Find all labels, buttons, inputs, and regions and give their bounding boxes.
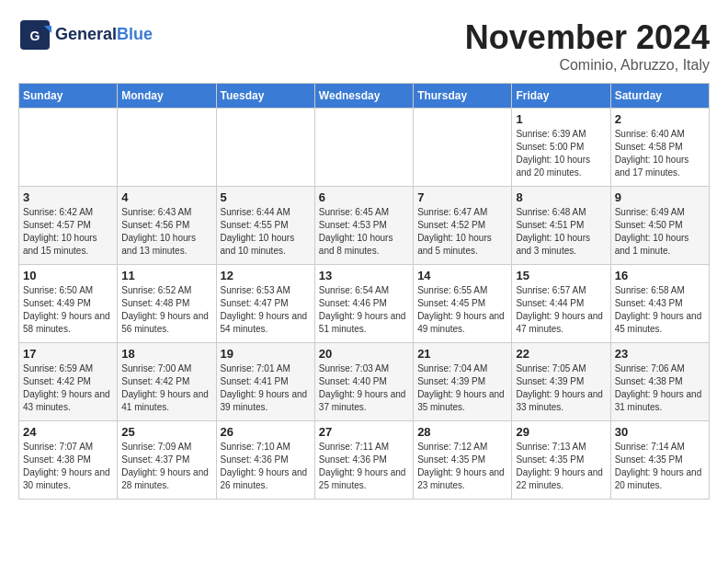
day-info: Sunrise: 7:05 AMSunset: 4:39 PMDaylight:… [516, 362, 606, 414]
page-header: G GeneralBlue November 2024 Cominio, Abr… [18, 18, 710, 74]
day-info: Sunrise: 6:40 AMSunset: 4:58 PMDaylight:… [615, 128, 705, 179]
calendar-cell: 26Sunrise: 7:10 AMSunset: 4:36 PMDayligh… [216, 421, 314, 500]
calendar-table: SundayMondayTuesdayWednesdayThursdayFrid… [18, 83, 710, 500]
calendar-week-row: 1Sunrise: 6:39 AMSunset: 5:00 PMDaylight… [19, 109, 710, 187]
calendar-cell: 18Sunrise: 7:00 AMSunset: 4:42 PMDayligh… [118, 343, 216, 421]
day-info: Sunrise: 7:04 AMSunset: 4:39 PMDaylight:… [417, 362, 507, 414]
day-number: 27 [319, 425, 409, 439]
day-info: Sunrise: 6:57 AMSunset: 4:44 PMDaylight:… [516, 284, 606, 336]
calendar-cell [19, 109, 118, 187]
day-info: Sunrise: 7:06 AMSunset: 4:38 PMDaylight:… [615, 362, 705, 414]
calendar-cell: 20Sunrise: 7:03 AMSunset: 4:40 PMDayligh… [314, 343, 413, 421]
day-info: Sunrise: 6:42 AMSunset: 4:57 PMDaylight:… [23, 206, 113, 258]
day-info: Sunrise: 6:58 AMSunset: 4:43 PMDaylight:… [615, 284, 705, 336]
day-number: 17 [23, 347, 113, 361]
svg-text:G: G [30, 29, 40, 43]
day-number: 25 [121, 425, 211, 439]
day-info: Sunrise: 7:14 AMSunset: 4:35 PMDaylight:… [615, 441, 705, 492]
calendar-cell: 3Sunrise: 6:42 AMSunset: 4:57 PMDaylight… [19, 187, 118, 265]
day-info: Sunrise: 6:50 AMSunset: 4:49 PMDaylight:… [23, 284, 113, 336]
day-number: 4 [121, 190, 211, 204]
calendar-cell: 25Sunrise: 7:09 AMSunset: 4:37 PMDayligh… [118, 421, 216, 500]
calendar-cell: 7Sunrise: 6:47 AMSunset: 4:52 PMDaylight… [414, 187, 512, 265]
weekday-header-monday: Monday [118, 84, 216, 109]
day-info: Sunrise: 6:48 AMSunset: 4:51 PMDaylight:… [516, 206, 606, 258]
day-info: Sunrise: 7:01 AMSunset: 4:41 PMDaylight:… [221, 362, 311, 414]
day-number: 16 [615, 269, 705, 282]
day-number: 19 [221, 347, 311, 361]
calendar-cell [216, 109, 314, 187]
calendar-week-row: 17Sunrise: 6:59 AMSunset: 4:42 PMDayligh… [19, 343, 710, 421]
calendar-cell: 11Sunrise: 6:52 AMSunset: 4:48 PMDayligh… [118, 265, 216, 343]
day-info: Sunrise: 6:54 AMSunset: 4:46 PMDaylight:… [319, 284, 409, 336]
day-info: Sunrise: 7:10 AMSunset: 4:36 PMDaylight:… [221, 441, 311, 492]
day-info: Sunrise: 6:53 AMSunset: 4:47 PMDaylight:… [221, 284, 311, 336]
day-number: 24 [23, 425, 113, 439]
day-number: 15 [516, 269, 606, 282]
calendar-week-row: 24Sunrise: 7:07 AMSunset: 4:38 PMDayligh… [19, 421, 710, 500]
calendar-cell: 22Sunrise: 7:05 AMSunset: 4:39 PMDayligh… [512, 343, 610, 421]
title-area: November 2024 Cominio, Abruzzo, Italy [465, 18, 710, 74]
logo-blue: Blue [117, 25, 153, 43]
weekday-header-row: SundayMondayTuesdayWednesdayThursdayFrid… [19, 84, 710, 109]
day-number: 12 [221, 269, 311, 282]
calendar-cell: 14Sunrise: 6:55 AMSunset: 4:45 PMDayligh… [414, 265, 512, 343]
day-number: 14 [417, 269, 507, 282]
day-number: 18 [121, 347, 211, 361]
day-number: 5 [221, 190, 311, 204]
day-number: 29 [516, 425, 606, 439]
calendar-cell: 21Sunrise: 7:04 AMSunset: 4:39 PMDayligh… [414, 343, 512, 421]
day-number: 11 [121, 269, 211, 282]
day-number: 30 [615, 425, 705, 439]
day-info: Sunrise: 7:12 AMSunset: 4:35 PMDaylight:… [417, 441, 507, 492]
day-info: Sunrise: 7:09 AMSunset: 4:37 PMDaylight:… [121, 441, 211, 492]
day-info: Sunrise: 7:03 AMSunset: 4:40 PMDaylight:… [319, 362, 409, 414]
calendar-cell: 4Sunrise: 6:43 AMSunset: 4:56 PMDaylight… [118, 187, 216, 265]
day-number: 26 [221, 425, 311, 439]
calendar-cell: 9Sunrise: 6:49 AMSunset: 4:50 PMDaylight… [610, 187, 709, 265]
day-number: 1 [516, 112, 606, 126]
day-info: Sunrise: 6:59 AMSunset: 4:42 PMDaylight:… [23, 362, 113, 414]
day-info: Sunrise: 7:11 AMSunset: 4:36 PMDaylight:… [319, 441, 409, 492]
day-number: 22 [516, 347, 606, 361]
calendar-cell [118, 109, 216, 187]
calendar-cell: 8Sunrise: 6:48 AMSunset: 4:51 PMDaylight… [512, 187, 610, 265]
logo: G GeneralBlue [18, 18, 153, 52]
weekday-header-tuesday: Tuesday [216, 84, 314, 109]
calendar-cell: 2Sunrise: 6:40 AMSunset: 4:58 PMDaylight… [610, 109, 709, 187]
day-info: Sunrise: 6:47 AMSunset: 4:52 PMDaylight:… [417, 206, 507, 258]
day-number: 9 [615, 190, 705, 204]
weekday-header-sunday: Sunday [19, 84, 118, 109]
day-info: Sunrise: 7:13 AMSunset: 4:35 PMDaylight:… [516, 441, 606, 492]
calendar-cell: 5Sunrise: 6:44 AMSunset: 4:55 PMDaylight… [216, 187, 314, 265]
day-info: Sunrise: 7:07 AMSunset: 4:38 PMDaylight:… [23, 441, 113, 492]
calendar-cell: 24Sunrise: 7:07 AMSunset: 4:38 PMDayligh… [19, 421, 118, 500]
calendar-cell: 23Sunrise: 7:06 AMSunset: 4:38 PMDayligh… [610, 343, 709, 421]
day-info: Sunrise: 6:44 AMSunset: 4:55 PMDaylight:… [221, 206, 311, 258]
day-number: 28 [417, 425, 507, 439]
day-number: 8 [516, 190, 606, 204]
calendar-week-row: 10Sunrise: 6:50 AMSunset: 4:49 PMDayligh… [19, 265, 710, 343]
day-number: 23 [615, 347, 705, 361]
calendar-cell: 15Sunrise: 6:57 AMSunset: 4:44 PMDayligh… [512, 265, 610, 343]
day-info: Sunrise: 6:39 AMSunset: 5:00 PMDaylight:… [516, 128, 606, 179]
calendar-cell: 19Sunrise: 7:01 AMSunset: 4:41 PMDayligh… [216, 343, 314, 421]
calendar-cell: 27Sunrise: 7:11 AMSunset: 4:36 PMDayligh… [314, 421, 413, 500]
day-info: Sunrise: 6:45 AMSunset: 4:53 PMDaylight:… [319, 206, 409, 258]
day-number: 20 [319, 347, 409, 361]
day-number: 7 [417, 190, 507, 204]
day-info: Sunrise: 6:49 AMSunset: 4:50 PMDaylight:… [615, 206, 705, 258]
calendar-cell: 30Sunrise: 7:14 AMSunset: 4:35 PMDayligh… [610, 421, 709, 500]
day-number: 3 [23, 190, 113, 204]
logo-general: General [55, 25, 117, 43]
location-subtitle: Cominio, Abruzzo, Italy [465, 57, 710, 74]
calendar-cell: 12Sunrise: 6:53 AMSunset: 4:47 PMDayligh… [216, 265, 314, 343]
calendar-cell: 6Sunrise: 6:45 AMSunset: 4:53 PMDaylight… [314, 187, 413, 265]
day-info: Sunrise: 6:55 AMSunset: 4:45 PMDaylight:… [417, 284, 507, 336]
day-number: 13 [319, 269, 409, 282]
weekday-header-saturday: Saturday [610, 84, 709, 109]
calendar-cell [314, 109, 413, 187]
calendar-cell: 29Sunrise: 7:13 AMSunset: 4:35 PMDayligh… [512, 421, 610, 500]
month-title: November 2024 [465, 18, 710, 57]
calendar-cell: 16Sunrise: 6:58 AMSunset: 4:43 PMDayligh… [610, 265, 709, 343]
